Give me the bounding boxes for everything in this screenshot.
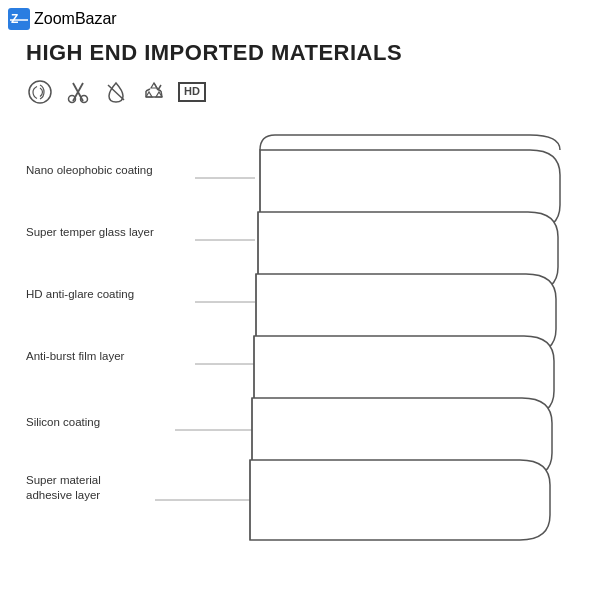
scissors-icon [64,78,92,106]
svg-text:Z: Z [11,12,18,26]
logo-text: ZoomBazar [34,10,117,28]
page-title: HIGH END IMPORTED MATERIALS [26,40,402,66]
recycle-icon [140,78,168,106]
logo: Z ZoomBazar [8,8,117,30]
water-drop-icon [102,78,130,106]
svg-point-3 [29,81,51,103]
diagram-area: Nano oleophobic coating Super temper gla… [0,115,600,600]
fingerprint-icon [26,78,54,106]
logo-icon: Z [8,8,30,30]
icons-row: HD [26,78,206,106]
hd-badge: HD [178,82,206,101]
layers-diagram [0,115,600,600]
